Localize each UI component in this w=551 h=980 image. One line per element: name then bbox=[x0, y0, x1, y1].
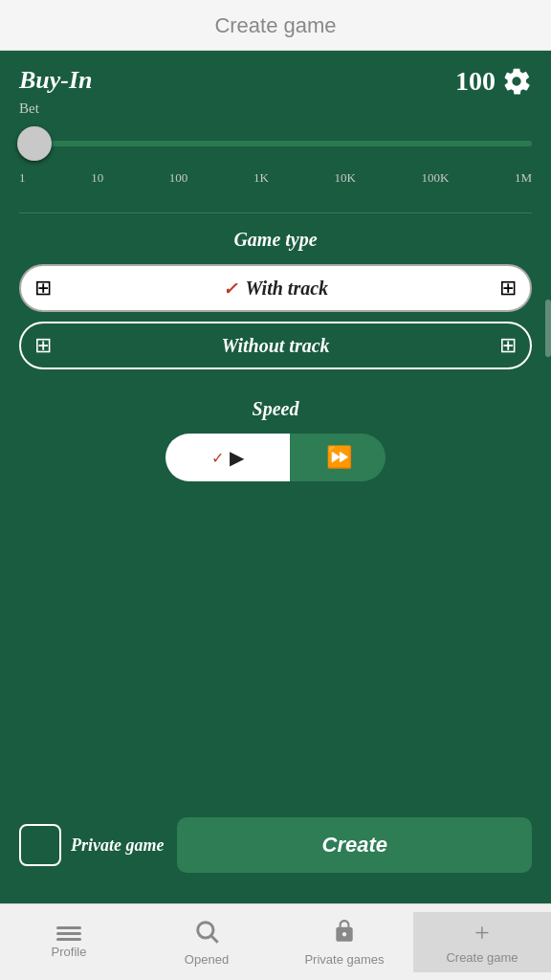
checkmark-icon: ✓ bbox=[223, 279, 237, 299]
search-icon bbox=[193, 918, 220, 948]
speed-normal-button[interactable]: ✓ ▶ bbox=[165, 434, 290, 481]
slider-labels: 1 10 100 1K 10K 100K 1M bbox=[19, 170, 532, 186]
buyin-label: Buy-In bbox=[19, 66, 93, 95]
private-game-label: Private game bbox=[71, 835, 164, 856]
nav-create-game-label: Create game bbox=[446, 950, 518, 965]
nav-private-games-label: Private games bbox=[304, 952, 384, 967]
create-button[interactable]: Create bbox=[177, 817, 532, 873]
slider-label-100: 100 bbox=[169, 170, 188, 186]
slider-label-1m: 1M bbox=[515, 170, 532, 186]
scrollbar-hint bbox=[545, 300, 551, 357]
svg-line-1 bbox=[211, 936, 217, 942]
fast-forward-icon: ⏩ bbox=[326, 445, 350, 470]
nav-profile-label: Profile bbox=[52, 945, 87, 959]
private-game-toggle[interactable]: Private game bbox=[19, 824, 164, 866]
play-icon: ▶ bbox=[230, 446, 244, 469]
slider-label-10: 10 bbox=[91, 170, 103, 186]
divider-1 bbox=[19, 212, 532, 213]
nav-item-opened[interactable]: Opened bbox=[138, 910, 276, 974]
main-content: Buy-In 100 Bet 1 10 100 1K 10K 100K 1M G… bbox=[0, 51, 551, 903]
without-track-label: Without track bbox=[52, 335, 499, 357]
speed-fast-button[interactable]: ⏩ bbox=[290, 434, 386, 481]
speed-toggle: ✓ ▶ ⏩ bbox=[19, 434, 532, 481]
buyin-slider-container bbox=[19, 126, 532, 161]
buyin-right: 100 bbox=[455, 66, 532, 97]
game-type-title: Game type bbox=[19, 229, 532, 251]
buyin-value: 100 bbox=[455, 66, 496, 97]
speed-title: Speed bbox=[19, 398, 532, 420]
nav-item-profile[interactable]: Profile bbox=[0, 919, 138, 967]
private-game-checkbox[interactable] bbox=[19, 824, 61, 866]
speed-section: Speed ✓ ▶ ⏩ bbox=[19, 398, 532, 481]
bottom-nav: Profile Opened Private games + Create ga… bbox=[0, 903, 551, 980]
slider-label-1: 1 bbox=[19, 170, 26, 186]
nav-item-create-game[interactable]: + Create game bbox=[413, 912, 551, 972]
page-title: Create game bbox=[214, 13, 336, 37]
speed-check-icon: ✓ bbox=[211, 449, 224, 467]
slider-label-100k: 100K bbox=[421, 170, 449, 186]
backgammon-icon-left-unselected: ⊞ bbox=[34, 333, 52, 358]
menu-icon bbox=[56, 926, 81, 941]
header: Create game bbox=[0, 0, 551, 51]
bottom-actions: Private game Create bbox=[19, 798, 532, 888]
slider-label-10k: 10K bbox=[334, 170, 355, 186]
backgammon-icon-right-unselected: ⊞ bbox=[499, 333, 517, 358]
buyin-row: Buy-In 100 bbox=[19, 66, 532, 97]
nav-opened-label: Opened bbox=[185, 952, 229, 967]
game-type-without-track[interactable]: ⊞ Without track ⊞ bbox=[19, 322, 532, 369]
bet-label: Bet bbox=[19, 100, 532, 117]
svg-point-0 bbox=[198, 923, 213, 938]
game-type-with-track[interactable]: ⊞ ✓ With track ⊞ bbox=[19, 264, 532, 312]
buyin-slider-thumb[interactable] bbox=[17, 126, 52, 161]
settings-icon[interactable] bbox=[501, 66, 532, 97]
with-track-label: ✓ With track bbox=[52, 278, 499, 300]
lock-icon bbox=[332, 918, 357, 948]
plus-icon: + bbox=[474, 920, 490, 947]
backgammon-icon-right-selected: ⊞ bbox=[499, 276, 517, 301]
nav-item-private-games[interactable]: Private games bbox=[276, 910, 413, 974]
backgammon-icon-left-selected: ⊞ bbox=[34, 276, 52, 301]
slider-label-1k: 1K bbox=[253, 170, 269, 186]
